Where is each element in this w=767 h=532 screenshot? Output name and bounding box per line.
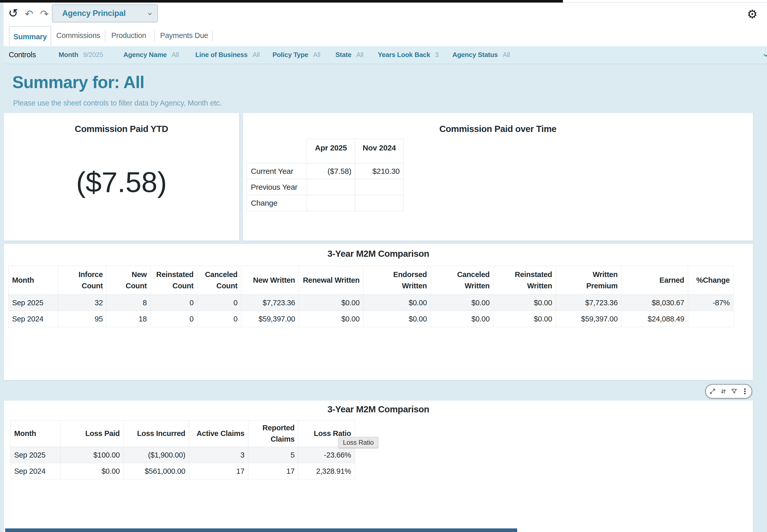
- column-header[interactable]: Loss Incurred: [124, 420, 189, 447]
- table-cell[interactable]: -23.66%: [298, 447, 355, 463]
- table-cell[interactable]: -87%: [688, 295, 734, 311]
- column-header[interactable]: New Count: [107, 266, 150, 295]
- table-cell[interactable]: 0: [198, 311, 241, 327]
- maximize-icon[interactable]: [708, 387, 717, 395]
- table-cell[interactable]: Sep 2024: [11, 463, 61, 479]
- table-cell[interactable]: $59,397.00: [241, 311, 299, 327]
- table-row: Current Year ($7.58) $210.30: [247, 163, 404, 179]
- controls-collapse-chevron-icon[interactable]: [762, 51, 767, 59]
- table-row: Previous Year: [247, 179, 404, 195]
- column-header[interactable]: Reinstated Written: [493, 266, 556, 295]
- sort-icon[interactable]: [719, 387, 727, 395]
- table-cell[interactable]: 17: [189, 463, 248, 479]
- pivot-col-header[interactable]: Apr 2025: [307, 139, 355, 163]
- table-cell[interactable]: $0.00: [61, 463, 124, 479]
- table-cell[interactable]: $0.00: [299, 295, 363, 311]
- filter-agency-status[interactable]: Agency Status All: [452, 46, 510, 63]
- chevron-down-icon: [146, 11, 153, 17]
- table-cell[interactable]: 3: [189, 447, 248, 463]
- table-cell[interactable]: [688, 311, 734, 327]
- table-cell[interactable]: $0.00: [493, 311, 556, 327]
- column-header[interactable]: Month: [8, 266, 58, 295]
- pivot-col-header[interactable]: Nov 2024: [355, 139, 404, 163]
- table-cell[interactable]: $7,723.36: [241, 295, 299, 311]
- table-cell[interactable]: 0: [198, 295, 241, 311]
- table-cell[interactable]: 8: [107, 295, 150, 311]
- tab-separator: [105, 30, 105, 42]
- tab-production[interactable]: Production: [111, 25, 146, 46]
- table-cell[interactable]: $0.00: [431, 311, 493, 327]
- kebab-menu-icon[interactable]: [741, 387, 749, 395]
- filter-agency-status-value: All: [503, 51, 510, 59]
- table-cell[interactable]: $0.00: [493, 295, 556, 311]
- column-header[interactable]: Inforce Count: [58, 266, 107, 295]
- sheet-tabbar: Summary Commissions Production Payments …: [0, 25, 767, 46]
- column-header[interactable]: Renewal Written: [299, 266, 363, 295]
- filter-state[interactable]: State All: [335, 46, 363, 63]
- column-header[interactable]: Earned: [622, 266, 688, 295]
- top-toolbar: ↺ ↶ ↷ Agency Principal ⚙: [0, 0, 767, 25]
- table-cell[interactable]: 0: [150, 295, 198, 311]
- table-cell[interactable]: $100.00: [61, 447, 124, 463]
- filter-agency-name[interactable]: Agency Name All: [123, 46, 179, 63]
- filter-icon[interactable]: [730, 387, 738, 395]
- table-cell[interactable]: $59,397.00: [556, 311, 622, 327]
- pivot-cell[interactable]: [307, 195, 355, 211]
- left-edge-gutter: [0, 0, 4, 64]
- filter-years-look-back[interactable]: Years Look Back 3: [378, 46, 439, 63]
- pivot-cell[interactable]: [307, 179, 355, 195]
- pivot-cell[interactable]: ($7.58): [307, 163, 355, 179]
- filter-line-of-business[interactable]: Line of Business All: [196, 46, 260, 63]
- table-cell[interactable]: Sep 2025: [8, 295, 58, 311]
- column-header[interactable]: Canceled Count: [198, 266, 241, 295]
- table-cell[interactable]: 2,328.91%: [298, 463, 355, 479]
- table-cell[interactable]: 0: [150, 311, 198, 327]
- column-header[interactable]: Endorsed Written: [363, 266, 431, 295]
- gear-icon[interactable]: ⚙: [747, 8, 757, 20]
- tab-summary[interactable]: Summary: [9, 26, 51, 47]
- tab-commissions[interactable]: Commissions: [56, 25, 100, 46]
- table-cell[interactable]: 32: [58, 295, 107, 311]
- filter-month[interactable]: Month 9/2025: [59, 46, 103, 63]
- table-cell[interactable]: $24,088.49: [622, 311, 688, 327]
- column-header[interactable]: Loss Paid: [61, 420, 124, 447]
- table-cell[interactable]: $0.00: [363, 311, 431, 327]
- table-cell[interactable]: $0.00: [363, 295, 431, 311]
- table-cell[interactable]: $7,723.36: [556, 295, 622, 311]
- column-header[interactable]: Reported Claims: [248, 420, 298, 447]
- column-header[interactable]: Reinstated Count: [150, 266, 198, 295]
- filter-state-value: All: [356, 51, 363, 59]
- table-cell[interactable]: Sep 2024: [8, 311, 58, 327]
- table-row: Sep 2025 $100.00 ($1,900.00) 3 5 -23.66%: [11, 447, 355, 463]
- pivot-cell[interactable]: [355, 179, 404, 195]
- tab-payments-due[interactable]: Payments Due: [160, 25, 208, 46]
- sheet-selector-dropdown[interactable]: Agency Principal: [52, 4, 158, 22]
- window-top-strip-light: [563, 2, 767, 3]
- table-cell[interactable]: $0.00: [431, 295, 493, 311]
- undo-icon[interactable]: ↶: [25, 9, 33, 19]
- pivot-cell[interactable]: [355, 195, 404, 211]
- table-cell[interactable]: 18: [107, 311, 150, 327]
- table-cell[interactable]: ($1,900.00): [124, 447, 189, 463]
- table-cell[interactable]: $0.00: [299, 311, 363, 327]
- reset-icon[interactable]: ↺: [8, 7, 18, 19]
- table-cell[interactable]: $8,030.67: [622, 295, 688, 311]
- table-cell[interactable]: $561,000.00: [124, 463, 189, 479]
- table-cell[interactable]: 17: [248, 463, 298, 479]
- controls-title: Controls: [9, 46, 36, 63]
- filter-policy-type[interactable]: Policy Type All: [273, 46, 320, 63]
- tab-summary-label: Summary: [13, 33, 47, 41]
- redo-icon[interactable]: ↷: [40, 9, 49, 19]
- table-cell[interactable]: Sep 2025: [11, 447, 61, 463]
- table-cell[interactable]: 5: [248, 447, 298, 463]
- column-header[interactable]: Written Premium: [556, 266, 622, 295]
- column-header[interactable]: Month: [11, 420, 61, 447]
- table-header-row: Month Inforce Count New Count Reinstated…: [8, 266, 734, 295]
- pivot-cell[interactable]: $210.30: [355, 163, 404, 179]
- filter-years-look-back-value: 3: [435, 51, 439, 59]
- table-cell[interactable]: 95: [58, 311, 107, 327]
- column-header[interactable]: Canceled Written: [431, 266, 493, 295]
- column-header[interactable]: Active Claims: [189, 420, 248, 447]
- column-header[interactable]: New Written: [241, 266, 299, 295]
- column-header[interactable]: %Change: [688, 266, 734, 295]
